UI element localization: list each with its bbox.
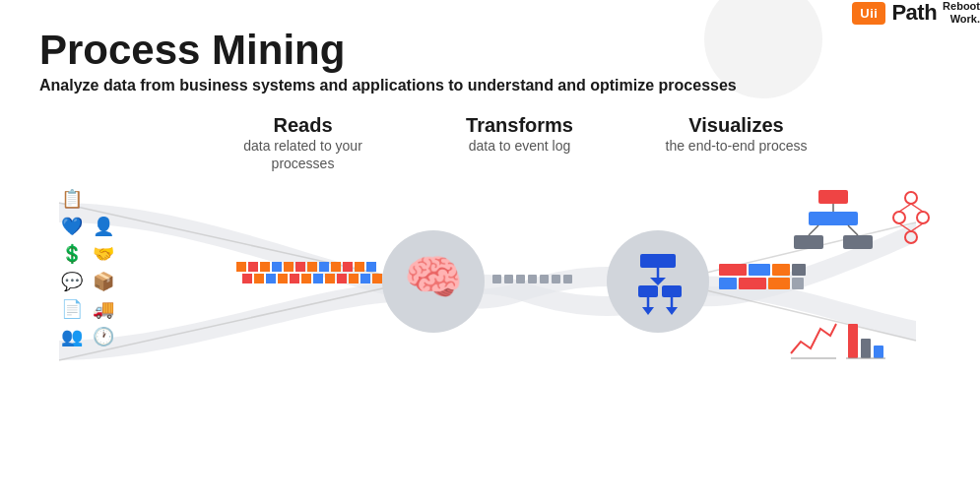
svg-rect-23 xyxy=(325,274,335,283)
svg-rect-13 xyxy=(343,262,353,272)
clipboard-icon: 📋 xyxy=(61,188,83,210)
left-icons-col1: 📋 💙 👤 💲 🤝 💬 📦 📄 🚚 xyxy=(61,188,114,347)
reboot-label: Reboot xyxy=(943,0,980,13)
svg-rect-6 xyxy=(260,262,270,272)
logo-area: Uii Path Reboot Work. xyxy=(852,0,980,26)
svg-rect-15 xyxy=(366,262,376,272)
line-chart-svg xyxy=(789,314,838,363)
visualizes-sub: the end-to-end process xyxy=(628,137,845,155)
svg-rect-28 xyxy=(492,275,501,283)
logo-box: Uii Path Reboot Work. xyxy=(852,0,980,26)
left-icon-row-1: 📋 xyxy=(61,188,114,210)
svg-rect-22 xyxy=(313,274,323,283)
label-transforms: Transforms data to event log xyxy=(412,114,628,172)
svg-rect-16 xyxy=(242,274,252,283)
left-icon-row-5: 📄 🚚 xyxy=(61,298,114,320)
page: Uii Path Reboot Work. Process Mining Ana… xyxy=(0,0,980,503)
right-process-diagram xyxy=(789,188,887,277)
svg-rect-25 xyxy=(349,274,359,283)
page-subtitle: Analyze data from business systems and a… xyxy=(39,77,941,94)
svg-rect-61 xyxy=(843,235,873,249)
svg-point-64 xyxy=(917,212,929,223)
right-icons-area xyxy=(789,188,931,363)
svg-rect-30 xyxy=(516,275,525,283)
svg-rect-41 xyxy=(768,278,790,289)
svg-rect-20 xyxy=(290,274,299,283)
svg-rect-21 xyxy=(301,274,311,283)
doc-icon: 📄 xyxy=(61,298,83,320)
svg-point-62 xyxy=(905,192,917,204)
labels-row: Reads data related to yourprocesses Tran… xyxy=(39,114,941,172)
reads-sub: data related to yourprocesses xyxy=(195,137,412,172)
svg-rect-71 xyxy=(848,324,858,358)
svg-rect-24 xyxy=(337,274,347,283)
label-visualizes: Visualizes the end-to-end process xyxy=(628,114,845,172)
cube-icon: 📦 xyxy=(93,271,114,292)
svg-rect-55 xyxy=(818,190,848,204)
svg-rect-34 xyxy=(563,275,572,283)
svg-rect-9 xyxy=(295,262,305,272)
right-network-icon xyxy=(891,188,931,251)
heart-dollar-icon: 💙 xyxy=(61,216,83,237)
bar-chart-svg xyxy=(846,314,885,363)
svg-rect-19 xyxy=(278,274,288,283)
left-icon-row-4: 💬 📦 xyxy=(61,271,114,292)
svg-rect-4 xyxy=(236,262,246,272)
network-svg xyxy=(891,188,931,247)
left-icon-row-6: 👥 🕐 xyxy=(61,326,114,347)
chat-icon: 💬 xyxy=(61,271,83,292)
svg-point-65 xyxy=(905,231,917,243)
svg-line-69 xyxy=(911,223,923,231)
uipath-badge: Uii xyxy=(852,2,885,25)
svg-rect-46 xyxy=(640,254,676,268)
svg-rect-29 xyxy=(504,275,513,283)
svg-rect-50 xyxy=(662,285,682,297)
dollar-icon: 💲 xyxy=(61,243,83,265)
diagram-area: Reads data related to yourprocesses Tran… xyxy=(39,114,941,449)
svg-rect-39 xyxy=(719,278,737,289)
svg-rect-31 xyxy=(528,275,537,283)
label-reads: Reads data related to yourprocesses xyxy=(195,114,412,172)
svg-rect-17 xyxy=(254,274,264,283)
svg-rect-8 xyxy=(284,262,294,272)
svg-rect-72 xyxy=(861,339,871,358)
svg-rect-60 xyxy=(794,235,823,249)
transforms-sub: data to event log xyxy=(412,137,628,155)
svg-point-63 xyxy=(893,212,905,223)
flow-container: 🧠 📋 💙 👤 xyxy=(39,183,941,409)
svg-rect-35 xyxy=(719,264,747,276)
svg-rect-5 xyxy=(248,262,258,272)
svg-rect-10 xyxy=(307,262,317,272)
svg-rect-14 xyxy=(355,262,364,272)
left-icon-row-3: 💲 🤝 xyxy=(61,243,114,265)
people-icon: 👥 xyxy=(61,326,83,347)
svg-text:🧠: 🧠 xyxy=(404,249,463,305)
svg-rect-7 xyxy=(272,262,282,272)
svg-rect-32 xyxy=(540,275,549,283)
svg-rect-37 xyxy=(772,264,790,276)
svg-rect-11 xyxy=(319,262,329,272)
transforms-title: Transforms xyxy=(412,114,628,137)
left-icon-row-2: 💙 👤 xyxy=(61,216,114,237)
svg-rect-73 xyxy=(874,346,883,358)
svg-rect-12 xyxy=(331,262,341,272)
svg-rect-18 xyxy=(266,274,276,283)
header: Process Mining Analyze data from busines… xyxy=(39,28,941,94)
handshake-icon: 🤝 xyxy=(93,243,114,265)
hierarchy-icon: 👤 xyxy=(93,216,114,237)
svg-rect-26 xyxy=(360,274,370,283)
svg-rect-57 xyxy=(809,212,858,225)
svg-rect-49 xyxy=(638,285,658,297)
right-chart-area xyxy=(789,188,931,277)
svg-rect-40 xyxy=(739,278,766,289)
svg-rect-27 xyxy=(372,274,382,283)
svg-line-59 xyxy=(848,225,858,235)
right-charts-bottom xyxy=(789,314,931,363)
reads-title: Reads xyxy=(195,114,412,137)
svg-rect-36 xyxy=(749,264,770,276)
work-label: Work. xyxy=(943,13,980,26)
svg-line-58 xyxy=(809,225,818,235)
visualizes-title: Visualizes xyxy=(628,114,845,137)
svg-line-67 xyxy=(911,204,923,212)
page-title: Process Mining xyxy=(39,28,941,73)
